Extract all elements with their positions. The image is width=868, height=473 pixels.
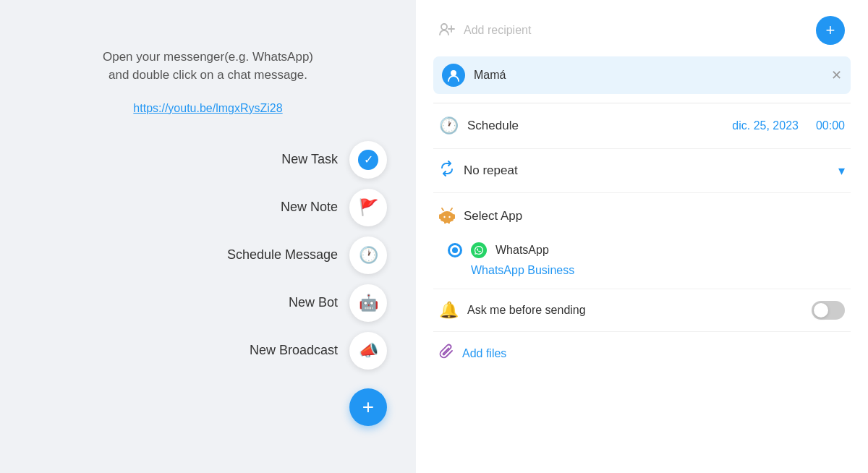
whatsapp-business-option[interactable]: WhatsApp Business (439, 264, 845, 283)
menu-item-new-broadcast[interactable]: New Broadcast 📣 (29, 332, 387, 370)
flag-icon: 🚩 (359, 198, 378, 217)
svg-rect-12 (444, 221, 446, 223)
left-panel: Open your messenger(e.g. WhatsApp)and do… (0, 0, 416, 473)
add-recipient-icon (439, 22, 455, 39)
add-recipient-button[interactable]: + (816, 16, 845, 45)
svg-point-3 (451, 70, 456, 76)
remove-recipient-button[interactable]: ✕ (831, 67, 842, 83)
recipient-section: Add recipient + Mamá ✕ (433, 0, 851, 103)
right-panel: Add recipient + Mamá ✕ 🕐 Schedule dic. 2… (416, 0, 868, 473)
whatsapp-radio[interactable] (448, 243, 462, 257)
svg-point-6 (443, 216, 445, 218)
schedule-message-icon-circle[interactable]: 🕐 (349, 236, 387, 274)
menu-item-new-note[interactable]: New Note 🚩 (29, 189, 387, 226)
menu-item-schedule-message[interactable]: Schedule Message 🕐 (29, 236, 387, 274)
select-app-section: Select App WhatsApp WhatsApp Business (433, 193, 851, 289)
repeat-label: No repeat (464, 163, 830, 178)
recipient-chip: Mamá ✕ (433, 56, 851, 94)
svg-line-9 (451, 208, 452, 210)
paperclip-icon (439, 344, 454, 364)
svg-point-7 (448, 216, 450, 218)
add-files-row[interactable]: Add files (433, 332, 851, 375)
select-app-label: Select App (464, 209, 522, 223)
ask-before-sending-label: Ask me before sending (467, 304, 803, 317)
android-icon (439, 205, 455, 228)
repeat-icon (439, 161, 455, 181)
new-bot-icon-circle[interactable]: 🤖 (349, 284, 387, 322)
repeat-dropdown-arrow[interactable]: ▾ (838, 163, 845, 179)
svg-rect-10 (439, 214, 441, 219)
new-note-label: New Note (281, 200, 338, 215)
megaphone-icon: 📣 (359, 341, 378, 360)
svg-rect-11 (453, 214, 455, 219)
add-recipient-row[interactable]: Add recipient + (433, 9, 851, 52)
repeat-row[interactable]: No repeat ▾ (433, 149, 851, 193)
new-broadcast-label: New Broadcast (250, 343, 338, 358)
new-task-label: New Task (281, 152, 338, 167)
tutorial-link[interactable]: https://youtu.be/lmgxRysZi28 (133, 102, 282, 115)
new-broadcast-icon-circle[interactable]: 📣 (349, 332, 387, 370)
select-app-header: Select App (439, 205, 845, 228)
add-files-label[interactable]: Add files (462, 347, 506, 360)
menu-item-new-bot[interactable]: New Bot 🤖 (29, 284, 387, 322)
schedule-label: Schedule (467, 119, 723, 133)
menu-item-new-task[interactable]: New Task ✓ (29, 141, 387, 179)
check-icon: ✓ (358, 150, 378, 170)
svg-rect-5 (441, 213, 454, 221)
schedule-icon: 🕐 (439, 116, 459, 135)
plus-icon: + (362, 396, 374, 419)
svg-rect-13 (448, 221, 450, 223)
fab-add-button[interactable]: + (349, 388, 387, 426)
clock-icon: 🕐 (359, 246, 378, 265)
svg-point-0 (441, 24, 447, 30)
bell-icon: 🔔 (439, 301, 459, 320)
new-note-icon-circle[interactable]: 🚩 (349, 189, 387, 226)
robot-icon: 🤖 (359, 294, 378, 312)
ask-before-sending-toggle[interactable] (812, 301, 845, 320)
svg-line-8 (442, 208, 443, 210)
schedule-row: 🕐 Schedule dic. 25, 2023 00:00 (433, 103, 851, 149)
new-bot-label: New Bot (289, 295, 338, 310)
schedule-date[interactable]: dic. 25, 2023 (732, 119, 799, 132)
recipient-name: Mamá (474, 69, 822, 82)
description-text: Open your messenger(e.g. WhatsApp)and do… (103, 48, 313, 85)
plus-icon: + (826, 21, 835, 40)
schedule-time[interactable]: 00:00 (816, 119, 845, 132)
new-task-icon-circle[interactable]: ✓ (349, 141, 387, 179)
add-recipient-placeholder: Add recipient (464, 24, 807, 37)
whatsapp-icon (471, 242, 487, 258)
avatar (442, 64, 465, 87)
whatsapp-option[interactable]: WhatsApp (439, 236, 845, 264)
schedule-message-label: Schedule Message (227, 247, 338, 263)
whatsapp-label: WhatsApp (495, 244, 549, 257)
ask-before-sending-row: 🔔 Ask me before sending (433, 289, 851, 332)
